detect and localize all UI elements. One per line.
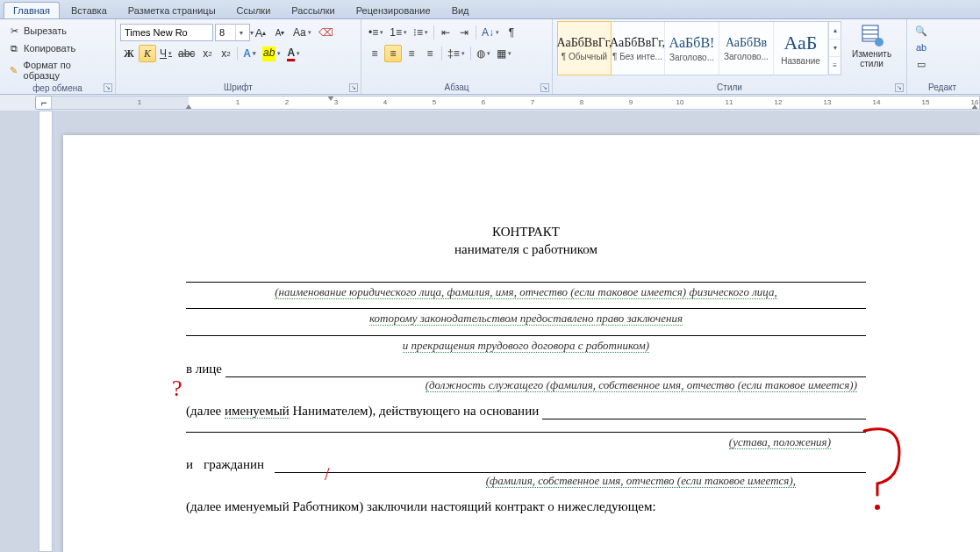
format-painter-button[interactable]: ✎ Формат по образцу	[4, 58, 111, 82]
align-right-button[interactable]: ≡	[403, 45, 420, 62]
styles-dialog-launcher[interactable]: ↘	[895, 83, 904, 92]
more-icon[interactable]: ≡	[829, 57, 841, 75]
clipboard-dialog-launcher[interactable]: ↘	[104, 83, 112, 92]
blank-line[interactable]	[225, 364, 866, 377]
tab-review[interactable]: Рецензирование	[347, 2, 440, 18]
paint-bucket-icon: ◍	[476, 47, 485, 60]
font-name-combo[interactable]	[120, 24, 213, 41]
italic-button[interactable]: К	[139, 45, 156, 62]
replace-button[interactable]: ab	[912, 39, 931, 55]
tab-mailings[interactable]: Рассылки	[282, 2, 344, 18]
tab-references[interactable]: Ссылки	[227, 2, 281, 18]
blank-line[interactable]	[542, 406, 866, 419]
font-size-combo[interactable]	[215, 24, 250, 41]
bold-button[interactable]: Ж	[120, 45, 138, 62]
superscript-button[interactable]: x2	[217, 45, 234, 62]
style-label: Название	[781, 56, 820, 66]
copy-button[interactable]: ⧉ Копировать	[4, 40, 111, 56]
group-editing-label: Редакт	[912, 82, 973, 94]
group-font: A▴ A▾ Aa ⌫ Ж К Ч abc x2 x2 A ab A	[116, 19, 361, 94]
vertical-ruler[interactable]	[39, 111, 53, 552]
gallery-scroll[interactable]: ▴ ▾ ≡	[828, 22, 841, 75]
format-painter-label: Формат по образцу	[24, 60, 107, 81]
chevron-up-icon[interactable]: ▴	[829, 22, 841, 39]
style-normal[interactable]: АаБбВвГг, ¶ Обычный	[557, 21, 612, 75]
doc-note-2: которому законодательством предоставлено…	[186, 311, 866, 326]
clear-formatting-button[interactable]: ⌫	[316, 24, 336, 41]
select-icon: ▭	[915, 58, 927, 70]
change-styles-button[interactable]: Изменить стили	[847, 21, 897, 70]
subscript-button[interactable]: x2	[198, 45, 216, 62]
svg-point-1	[875, 38, 883, 47]
cut-label: Вырезать	[24, 25, 67, 36]
numbering-button[interactable]: 1≡	[387, 24, 410, 41]
ribbon-tabbar: Главная Вставка Разметка страницы Ссылки…	[0, 0, 980, 19]
ruler-area: ⌐ 11234567891011121314151617	[0, 95, 980, 111]
style-label: ¶ Без инте...	[612, 52, 662, 61]
underline-button[interactable]: Ч	[157, 45, 175, 62]
align-center-button[interactable]: ≡	[384, 45, 402, 62]
find-button[interactable]: 🔍	[912, 23, 931, 39]
cut-button[interactable]: ✂ Вырезать	[4, 23, 111, 39]
doc-citizen: гражданин	[204, 455, 264, 473]
select-button[interactable]: ▭	[912, 56, 931, 72]
chevron-down-icon[interactable]: ▾	[829, 39, 841, 57]
replace-icon: ab	[915, 41, 927, 54]
tab-view[interactable]: Вид	[442, 2, 479, 18]
group-clipboard-label: фер обмена	[4, 82, 111, 95]
document-area[interactable]: КОНТРАКТ нанимателя с работником (наимен…	[0, 111, 980, 552]
doc-in-person: в лице	[186, 360, 222, 377]
font-size-input[interactable]	[216, 25, 235, 40]
line-spacing-button[interactable]: ‡≡	[445, 45, 468, 62]
change-styles-icon	[860, 23, 884, 47]
chevron-down-icon[interactable]	[235, 25, 246, 40]
group-styles-label: Стили	[557, 82, 902, 94]
multilevel-button[interactable]: ⁝≡	[411, 24, 431, 41]
tab-selector[interactable]: ⌐	[35, 96, 53, 110]
change-case-button[interactable]: Aa	[290, 24, 314, 41]
style-title[interactable]: АаБ Название	[774, 22, 828, 75]
tab-home[interactable]: Главная	[4, 2, 60, 18]
ribbon: ✂ Вырезать ⧉ Копировать ✎ Формат по обра…	[0, 19, 980, 95]
blank-line[interactable]	[275, 460, 866, 473]
tab-insert[interactable]: Вставка	[61, 2, 117, 18]
doc-title: КОНТРАКТ	[186, 223, 866, 240]
copy-icon: ⧉	[8, 42, 20, 54]
highlight-button[interactable]: ab	[260, 45, 283, 62]
justify-button[interactable]: ≡	[421, 45, 439, 62]
group-paragraph-label: Абзац	[366, 82, 547, 94]
doc-and: и	[186, 455, 193, 473]
decrease-indent-button[interactable]: ⇤	[437, 24, 454, 41]
doc-note-5: (устава, положения)	[186, 434, 866, 450]
font-color-button[interactable]: A	[284, 45, 303, 62]
shading-button[interactable]: ◍	[474, 45, 493, 62]
style-label: ¶ Обычный	[562, 52, 607, 61]
text-effects-button[interactable]: A	[240, 45, 259, 62]
group-paragraph: •≡ 1≡ ⁝≡ ⇤ ⇥ A↓ ¶ ≡ ≡ ≡ ≡ ‡≡	[361, 19, 553, 94]
bullets-button[interactable]: •≡	[366, 24, 386, 41]
group-font-label: Шрифт	[120, 82, 356, 94]
font-dialog-launcher[interactable]: ↘	[349, 83, 358, 92]
borders-button[interactable]: ▦	[494, 45, 514, 62]
styles-gallery[interactable]: АаБбВвГг, ¶ Обычный АаБбВвГг, ¶ Без инте…	[557, 21, 841, 75]
doc-note-3: и прекращения трудового договора с работ…	[186, 338, 866, 354]
sort-button[interactable]: A↓	[479, 24, 502, 41]
paragraph-dialog-launcher[interactable]: ↘	[540, 83, 549, 92]
find-icon: 🔍	[915, 25, 927, 37]
style-heading1[interactable]: АаБбВ! Заголово...	[665, 22, 719, 75]
grow-font-button[interactable]: A▴	[252, 24, 269, 41]
doc-subtitle: нанимателя с работником	[186, 240, 866, 258]
tab-page-layout[interactable]: Разметка страницы	[118, 2, 225, 18]
group-styles: АаБбВвГг, ¶ Обычный АаБбВвГг, ¶ Без инте…	[553, 19, 907, 94]
copy-label: Копировать	[24, 43, 75, 54]
increase-indent-button[interactable]: ⇥	[455, 24, 473, 41]
horizontal-ruler[interactable]: 11234567891011121314151617	[51, 96, 980, 110]
show-hide-marks-button[interactable]: ¶	[503, 24, 520, 41]
align-left-button[interactable]: ≡	[366, 45, 383, 62]
style-no-spacing[interactable]: АаБбВвГг, ¶ Без инте...	[611, 22, 665, 75]
style-heading2[interactable]: АаБбВв Заголово...	[719, 22, 774, 75]
strikethrough-button[interactable]: abc	[175, 45, 197, 62]
doc-note-6: (фамилия, собственное имя, отчество (есл…	[186, 473, 866, 489]
document-page[interactable]: КОНТРАКТ нанимателя с работником (наимен…	[63, 135, 980, 550]
shrink-font-button[interactable]: A▾	[271, 24, 289, 41]
